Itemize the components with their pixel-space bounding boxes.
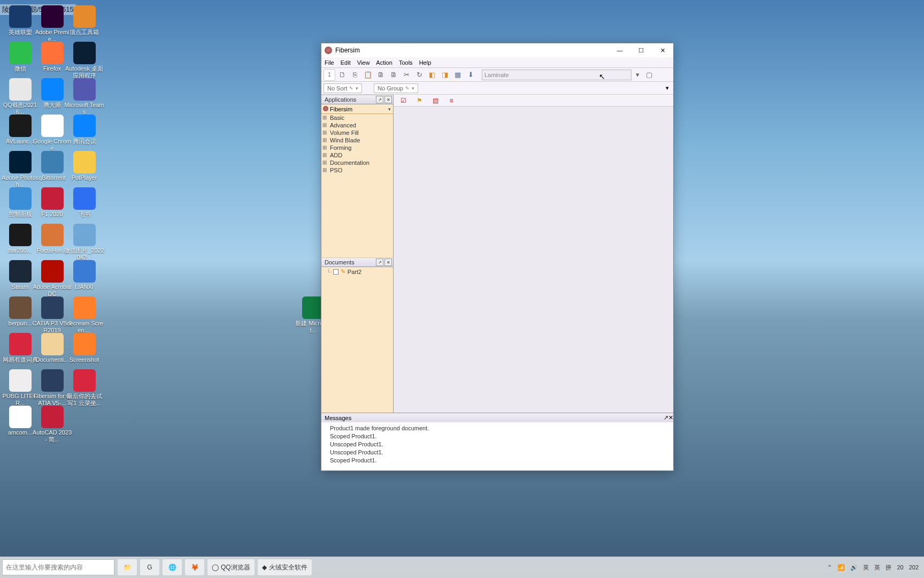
- desktop-icon[interactable]: PotPlayer: [64, 151, 104, 181]
- panel-pin-icon[interactable]: ↗: [376, 258, 383, 266]
- tool-copy-icon[interactable]: ⎘: [349, 69, 361, 81]
- chevron-down-icon[interactable]: ▾: [666, 85, 669, 92]
- desktop-icon[interactable]: 腾讯会议: [64, 115, 104, 145]
- panel-close-icon[interactable]: ✕: [384, 96, 392, 103]
- tool-cube-a-icon[interactable]: ◧: [426, 69, 438, 81]
- panel-pin-icon[interactable]: ↗: [664, 414, 668, 421]
- tool-refresh-icon[interactable]: ↻: [413, 69, 425, 81]
- menu-file[interactable]: File: [325, 59, 334, 66]
- pencil-icon: ✎: [349, 86, 353, 91]
- app-icon: [73, 333, 96, 355]
- taskbar-button[interactable]: 🦊: [185, 559, 204, 575]
- menu-tools[interactable]: Tools: [399, 59, 413, 66]
- desktop-icon[interactable]: Screenshot: [64, 333, 104, 363]
- tool-doc-a-icon[interactable]: 🗎: [375, 69, 387, 81]
- tray-item[interactable]: 拼: [886, 564, 891, 572]
- tb-icon: G: [147, 564, 152, 571]
- desktop-icon[interactable]: Microsoft Teams: [64, 78, 104, 116]
- app-icon: [41, 369, 64, 392]
- edit-icon: ✎: [341, 268, 345, 275]
- tool-page-icon[interactable]: 1: [324, 69, 335, 81]
- maximize-button[interactable]: ☐: [630, 43, 652, 57]
- tree-item[interactable]: PSO: [321, 166, 393, 174]
- desktop-icon[interactable]: Icecream Screen ...: [64, 296, 104, 334]
- fibersim-window: Fibersim — ☐ ✕ FileEditViewActionToolsHe…: [321, 43, 674, 471]
- checkbox-icon[interactable]: [333, 269, 338, 275]
- tree-item[interactable]: ADD: [321, 151, 393, 159]
- search-input[interactable]: 在这里输入你要搜索的内容: [2, 559, 114, 575]
- sort-dropdown[interactable]: No Sort✎▾: [324, 83, 362, 93]
- layers-icon[interactable]: ▤: [431, 96, 440, 105]
- tree-item[interactable]: Documentation: [321, 159, 393, 166]
- group-dropdown[interactable]: No Group✎▾: [374, 83, 418, 93]
- minimize-button[interactable]: —: [609, 43, 630, 57]
- document-item[interactable]: └ ✎ Part2: [324, 268, 391, 275]
- taskbar-button[interactable]: 🌐: [163, 559, 182, 575]
- message-line: Unscoped Product1.: [330, 448, 665, 457]
- search-placeholder: 在这里输入你要搜索的内容: [6, 563, 83, 572]
- tool-tree-icon[interactable]: ▦: [452, 69, 464, 81]
- app-icon: [325, 47, 332, 54]
- system-tray[interactable]: ⌃📶🔊英英拼20202: [827, 564, 924, 572]
- tool-doc-b-icon[interactable]: 🗎: [388, 69, 399, 81]
- documents-panel: └ ✎ Part2: [321, 267, 393, 413]
- tray-item[interactable]: 20: [897, 564, 903, 571]
- titlebar[interactable]: Fibersim — ☐ ✕: [321, 43, 673, 57]
- bars-icon[interactable]: ≡: [447, 96, 456, 105]
- laminate-box-icon[interactable]: ▢: [643, 69, 655, 81]
- tool-new-icon[interactable]: 🗋: [336, 69, 348, 81]
- taskbar-button[interactable]: G: [140, 559, 159, 575]
- flag-icon[interactable]: ⚑: [415, 96, 424, 105]
- laminate-dropdown[interactable]: [482, 70, 632, 80]
- app-icon: [9, 369, 32, 392]
- menu-help[interactable]: Help: [419, 59, 432, 66]
- applications-selector[interactable]: Fibersim▾: [321, 104, 393, 114]
- tool-cube-b-icon[interactable]: ◨: [439, 69, 451, 81]
- desktop-icon[interactable]: 最后你的去试写1 云菜坐...: [64, 369, 104, 407]
- check-icon[interactable]: ☑: [399, 96, 407, 105]
- tool-delete-icon[interactable]: ✂: [401, 69, 412, 81]
- tree-item[interactable]: Forming: [321, 144, 393, 151]
- desktop-icon[interactable]: Autodesk 桌面应用程序: [64, 42, 104, 79]
- tree-item[interactable]: Advanced: [321, 121, 393, 129]
- tool-paste-icon[interactable]: 📋: [362, 69, 374, 81]
- close-button[interactable]: ✕: [652, 43, 673, 57]
- window-title: Fibersim: [335, 47, 360, 54]
- app-icon: [73, 187, 96, 210]
- taskbar-button[interactable]: ◆火绒安全软件: [258, 559, 312, 575]
- app-icon: [41, 42, 64, 64]
- desktop-icon[interactable]: 微信图片_2022042...: [64, 224, 104, 261]
- tray-item[interactable]: 🔊: [850, 564, 858, 571]
- tray-item[interactable]: 英: [874, 564, 880, 572]
- tray-item[interactable]: ⌃: [827, 564, 832, 571]
- tray-item[interactable]: 📶: [837, 564, 845, 571]
- left-column: Applications ↗ ✕ Fibersim▾ BasicAdvanced…: [321, 95, 394, 413]
- tray-item[interactable]: 英: [863, 564, 869, 572]
- tree-item[interactable]: Basic: [321, 114, 393, 121]
- message-line: Unscoped Product1.: [330, 440, 665, 448]
- panel-close-icon[interactable]: ✕: [384, 258, 392, 266]
- right-column: ☑ ⚑ ▤ ≡: [394, 95, 673, 413]
- desktop-icon[interactable]: 顶点工具箱: [64, 5, 104, 36]
- tree-item[interactable]: Volume Fill: [321, 129, 393, 136]
- tb-icon: 🌐: [168, 564, 176, 571]
- app-icon: [9, 5, 32, 28]
- tool-down-icon[interactable]: ⬇: [465, 69, 476, 81]
- icon-label: Autodesk 桌面应用程序: [64, 65, 104, 79]
- laminate-dd-icon[interactable]: ▾: [632, 69, 643, 81]
- menu-view[interactable]: View: [357, 59, 370, 66]
- tree-item[interactable]: Wind Blade: [321, 136, 393, 144]
- menu-action[interactable]: Action: [376, 59, 392, 66]
- desktop-icon[interactable]: LIANXI: [64, 260, 104, 291]
- taskbar-button[interactable]: ◯QQ浏览器: [207, 559, 255, 575]
- tray-item[interactable]: 202: [909, 564, 919, 571]
- tb-label: 火绒安全软件: [269, 563, 307, 572]
- taskbar-button[interactable]: 📁: [118, 559, 137, 575]
- menubar: FileEditViewActionToolsHelp: [321, 57, 673, 68]
- menu-edit[interactable]: Edit: [341, 59, 351, 66]
- desktop-icon[interactable]: AutoCAD 2023 - 简...: [32, 406, 72, 443]
- app-icon: [9, 224, 32, 246]
- panel-pin-icon[interactable]: ↗: [376, 96, 383, 103]
- panel-close-icon[interactable]: ✕: [668, 414, 673, 421]
- desktop-icon[interactable]: 飞书: [64, 187, 104, 218]
